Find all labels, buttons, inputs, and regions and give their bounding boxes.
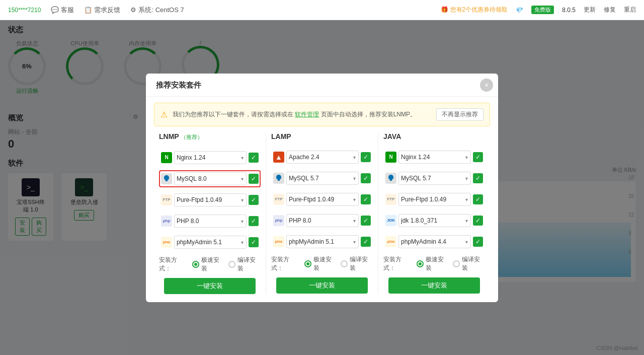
version-number: 8.0.5 <box>562 7 576 14</box>
lamp-mysql-check[interactable]: ✓ <box>361 173 371 183</box>
java-jdk-check[interactable]: ✓ <box>473 216 483 226</box>
lnmp-nginx-check[interactable]: ✓ <box>249 153 259 163</box>
nav-feedback[interactable]: 📋 需求反馈 <box>84 6 120 15</box>
lnmp-phpmyadmin-select-wrapper[interactable]: phpMyAdmin 5.1 <box>174 236 247 249</box>
java-ftp-check[interactable]: ✓ <box>473 194 483 204</box>
lamp-ftp-select-wrapper[interactable]: Pure-Ftpd 1.0.49 <box>286 193 359 206</box>
lamp-mysql-select-wrapper[interactable]: MySQL 5.7 <box>286 172 359 185</box>
java-jdk-select-wrapper[interactable]: jdk 1.8.0_371 <box>398 214 471 227</box>
lamp-php-row: php PHP 8.0 ✓ <box>271 212 373 229</box>
lnmp-mysql-select[interactable]: MySQL 8.0 <box>174 172 247 185</box>
java-compile-radio[interactable]: 编译安装 <box>453 255 485 272</box>
lamp-quick-radio[interactable]: 极速安装 <box>304 255 337 272</box>
lnmp-quick-radio-dot[interactable] <box>192 261 199 268</box>
top-navigation: 150****7210 💬 客服 📋 需求反馈 ⚙ 系统: CentOS 7 🎁… <box>0 0 644 20</box>
java-compile-radio-dot[interactable] <box>453 260 460 267</box>
java-ftp-select[interactable]: Pure-Ftpd 1.0.49 <box>398 193 471 206</box>
lnmp-quick-radio[interactable]: 极速安装 <box>192 256 224 273</box>
lamp-apache-select[interactable]: Apache 2.4 <box>286 151 359 164</box>
java-nginx-check[interactable]: ✓ <box>473 152 483 162</box>
lamp-apache-check[interactable]: ✓ <box>361 152 371 162</box>
lamp-install-button[interactable]: 一键安装 <box>276 277 368 294</box>
main-background: 状态 负载状态 6% 运行流畅 CPU使用率 内存使用率 / <box>0 20 644 355</box>
user-account[interactable]: 150****7210 <box>8 7 41 14</box>
software-manage-link[interactable]: 软件管理 <box>295 111 319 118</box>
lnmp-compile-radio-dot[interactable] <box>228 261 235 268</box>
lamp-php-check[interactable]: ✓ <box>361 216 371 226</box>
lnmp-mysql-row: MySQL 8.0 ✓ <box>159 170 261 187</box>
nav-customer-service[interactable]: 💬 客服 <box>51 6 74 15</box>
java-nginx-select[interactable]: Nginx 1.24 <box>398 151 471 164</box>
java-mysql-check[interactable]: ✓ <box>473 173 483 183</box>
lnmp-php-check[interactable]: ✓ <box>249 216 259 226</box>
lnmp-compile-radio[interactable]: 编译安装 <box>228 256 261 273</box>
java-nginx-icon: N <box>385 152 396 163</box>
lamp-phpmyadmin-check[interactable]: ✓ <box>361 237 371 247</box>
lamp-php-select-wrapper[interactable]: PHP 8.0 <box>286 214 359 227</box>
gift-icon: 🎁 <box>441 6 448 13</box>
lnmp-nginx-select[interactable]: Nginx 1.24 <box>174 151 247 164</box>
update-action[interactable]: 更新 <box>584 6 596 14</box>
lnmp-quick-label: 极速安装 <box>201 256 224 273</box>
lnmp-php-select-wrapper[interactable]: PHP 8.0 <box>174 215 247 228</box>
lnmp-ftp-check[interactable]: ✓ <box>249 195 259 205</box>
lamp-compile-radio[interactable]: 编译安装 <box>341 255 373 272</box>
lamp-compile-label: 编译安装 <box>350 255 373 272</box>
repair-action[interactable]: 修复 <box>604 6 616 14</box>
java-mysql-select[interactable]: MySQL 5.7 <box>398 172 471 185</box>
lamp-php-select[interactable]: PHP 8.0 <box>286 214 359 227</box>
lnmp-ftp-select-wrapper[interactable]: Pure-Ftpd 1.0.49 <box>174 193 247 206</box>
no-show-button[interactable]: 不再显示推荐 <box>436 108 484 121</box>
lnmp-column: LNMP （推荐） N Nginx 1.24 ✓ <box>154 132 266 294</box>
lamp-apache-select-wrapper[interactable]: Apache 2.4 <box>286 151 359 164</box>
lnmp-php-select[interactable]: PHP 8.0 <box>174 215 247 228</box>
lamp-phpmyadmin-select[interactable]: phpMyAdmin 5.1 <box>286 235 359 248</box>
lnmp-phpmyadmin-check[interactable]: ✓ <box>249 237 259 247</box>
lamp-php-icon: php <box>273 215 284 226</box>
version-badge: 免费版 <box>531 6 554 14</box>
java-mysql-icon <box>385 173 396 184</box>
lnmp-title: LNMP （推荐） <box>159 132 261 144</box>
lnmp-phpmyadmin-select[interactable]: phpMyAdmin 5.1 <box>174 236 247 249</box>
lamp-quick-label: 极速安装 <box>313 255 337 272</box>
lamp-ftp-check[interactable]: ✓ <box>361 194 371 204</box>
lnmp-phpmyadmin-row: pma phpMyAdmin 5.1 ✓ <box>159 234 261 251</box>
java-nginx-select-wrapper[interactable]: Nginx 1.24 <box>398 151 471 164</box>
lamp-compile-radio-dot[interactable] <box>341 260 348 267</box>
java-phpmyadmin-check[interactable]: ✓ <box>473 237 483 247</box>
java-phpmyadmin-select-wrapper[interactable]: phpMyAdmin 4.4 <box>398 235 471 248</box>
nav-left: 150****7210 💬 客服 📋 需求反馈 ⚙ 系统: CentOS 7 <box>8 6 184 15</box>
restart-action[interactable]: 重启 <box>624 6 636 14</box>
feedback-icon: 📋 <box>84 6 92 14</box>
lnmp-mysql-check[interactable]: ✓ <box>249 174 259 184</box>
java-mysql-select-wrapper[interactable]: MySQL 5.7 <box>398 172 471 185</box>
java-phpmyadmin-select[interactable]: phpMyAdmin 4.4 <box>398 235 471 248</box>
nav-system[interactable]: ⚙ 系统: CentOS 7 <box>130 6 184 15</box>
modal-header: 推荐安装套件 <box>146 74 498 97</box>
lnmp-nginx-select-wrapper[interactable]: Nginx 1.24 <box>174 151 247 164</box>
java-jdk-select[interactable]: jdk 1.8.0_371 <box>398 214 471 227</box>
lnmp-ftp-select[interactable]: Pure-Ftpd 1.0.49 <box>174 193 247 206</box>
modal-close-button[interactable]: × <box>480 79 493 92</box>
lamp-quick-radio-dot[interactable] <box>304 260 311 267</box>
lnmp-mysql-select-wrapper[interactable]: MySQL 8.0 <box>174 172 247 185</box>
lamp-ftp-select[interactable]: Pure-Ftpd 1.0.49 <box>286 193 359 206</box>
java-quick-label: 极速安装 <box>426 255 449 272</box>
lamp-title: LAMP <box>271 132 373 144</box>
lamp-phpmyadmin-select-wrapper[interactable]: phpMyAdmin 5.1 <box>286 235 359 248</box>
system-icon: ⚙ <box>130 6 136 14</box>
java-ftp-select-wrapper[interactable]: Pure-Ftpd 1.0.49 <box>398 193 471 206</box>
close-icon: × <box>485 81 489 89</box>
lamp-phpmyadmin-icon: pma <box>273 236 284 247</box>
columns-container: LNMP （推荐） N Nginx 1.24 ✓ <box>146 132 498 302</box>
promo-text[interactable]: 🎁 您有2个优惠券待领取 <box>441 6 508 14</box>
install-suite-modal: 推荐安装套件 × ⚠ 我们为您推荐以下一键套件，请按需选择或在 软件管理 页面中… <box>146 74 498 302</box>
recommended-badge: （推荐） <box>181 134 203 140</box>
lamp-mysql-select[interactable]: MySQL 5.7 <box>286 172 359 185</box>
java-install-button[interactable]: 一键安装 <box>388 277 480 294</box>
java-jdk-row: JDK jdk 1.8.0_371 ✓ <box>383 212 485 229</box>
lnmp-install-method: 安装方式： 极速安装 编译安装 <box>159 256 261 273</box>
lnmp-install-button[interactable]: 一键安装 <box>164 278 256 294</box>
java-quick-radio-dot[interactable] <box>417 260 424 267</box>
java-quick-radio[interactable]: 极速安装 <box>417 255 449 272</box>
